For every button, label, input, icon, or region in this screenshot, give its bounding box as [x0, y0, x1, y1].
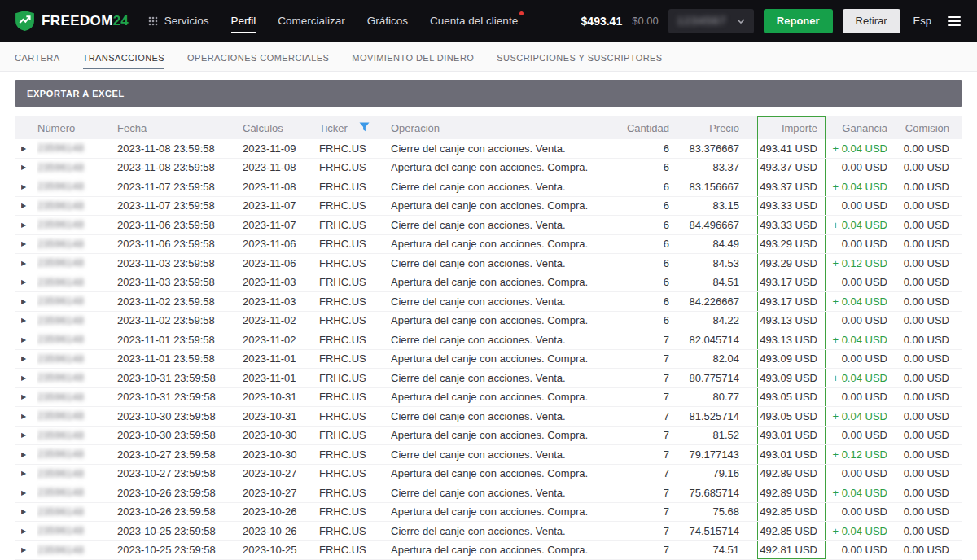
- expand-row-arrow-icon[interactable]: ▶: [21, 522, 37, 540]
- withdraw-button[interactable]: Retirar: [843, 9, 900, 33]
- table-row[interactable]: ▶ 23596148 2023-11-03 23:59:58 2023-11-0…: [15, 254, 962, 273]
- nav-item-comercializar[interactable]: Comercializar: [278, 8, 345, 33]
- expand-row-arrow-icon[interactable]: ▶: [21, 503, 37, 522]
- table-row[interactable]: ▶ 23596148 2023-10-25 23:59:58 2023-10-2…: [15, 541, 962, 560]
- grid-icon: [148, 16, 158, 26]
- deposit-button[interactable]: Reponer: [764, 9, 833, 33]
- table-row[interactable]: ▶ 23596148 2023-10-26 23:59:58 2023-10-2…: [15, 483, 962, 503]
- row-fecha: 2023-11-08 23:59:58: [117, 159, 243, 177]
- row-operacion: Cierre del canje con acciones. Venta.: [391, 407, 624, 426]
- row-operacion: Apertura del canje con acciones. Compra.: [391, 465, 624, 483]
- row-fecha: 2023-11-01 23:59:58: [117, 350, 243, 369]
- row-importe: 493.33 USD: [757, 197, 826, 216]
- header-cantidad: Cantidad: [624, 116, 687, 139]
- table-row[interactable]: ▶ 23596148 2023-11-06 23:59:58 2023-11-0…: [15, 216, 962, 235]
- nav-label: Servicios: [164, 15, 209, 27]
- expand-row-arrow-icon[interactable]: ▶: [21, 235, 37, 254]
- table-row[interactable]: ▶ 23596148 2023-10-30 23:59:58 2023-10-3…: [15, 407, 962, 427]
- table-row[interactable]: ▶ 23596148 2023-11-08 23:59:58 2023-11-0…: [15, 159, 962, 178]
- row-operacion: Apertura del canje con acciones. Compra.: [391, 541, 624, 560]
- table-row[interactable]: ▶ 23596148 2023-10-27 23:59:58 2023-10-3…: [15, 445, 962, 465]
- row-precio: 83.376667: [687, 139, 757, 158]
- table-row[interactable]: ▶ 23596148 2023-11-07 23:59:58 2023-11-0…: [15, 177, 962, 197]
- row-ganancia: + 0.04 USD: [826, 369, 887, 387]
- row-operacion: Cierre del canje con acciones. Venta.: [391, 292, 624, 311]
- tab-transacciones[interactable]: TRANSACCIONES: [83, 42, 165, 69]
- table-row[interactable]: ▶ 23596148 2023-10-26 23:59:58 2023-10-2…: [15, 503, 962, 523]
- expand-row-arrow-icon[interactable]: ▶: [21, 197, 37, 216]
- row-ticker: FRHC.US: [319, 522, 391, 540]
- table-row[interactable]: ▶ 23596148 2023-11-03 23:59:58 2023-11-0…: [15, 273, 962, 293]
- expand-row-arrow-icon[interactable]: ▶: [21, 254, 37, 273]
- row-fecha: 2023-10-27 23:59:58: [117, 445, 243, 464]
- table-row[interactable]: ▶ 23596148 2023-11-07 23:59:58 2023-11-0…: [15, 197, 962, 217]
- tab-movimiento-del-dinero[interactable]: MOVIMIENTO DEL DINERO: [352, 42, 474, 69]
- row-calculos: 2023-11-01: [243, 350, 319, 369]
- row-calculos: 2023-11-07: [243, 216, 319, 234]
- tab-cartera[interactable]: CARTERA: [15, 42, 60, 69]
- export-to-excel-button[interactable]: EXPORTAR A EXCEL: [15, 80, 962, 107]
- expand-row-arrow-icon[interactable]: ▶: [21, 159, 37, 177]
- expand-row-arrow-icon[interactable]: ▶: [21, 541, 37, 560]
- logo[interactable]: FREEDOM24: [15, 10, 129, 32]
- table-row[interactable]: ▶ 23596148 2023-10-30 23:59:58 2023-10-3…: [15, 427, 962, 446]
- row-calculos: 2023-10-30: [243, 445, 319, 464]
- nav-item-cuenta-del-cliente[interactable]: Cuenta del cliente: [430, 8, 518, 33]
- expand-row-arrow-icon[interactable]: ▶: [21, 407, 37, 426]
- table-row[interactable]: ▶ 23596148 2023-10-25 23:59:58 2023-10-2…: [15, 522, 962, 541]
- expand-row-arrow-icon[interactable]: ▶: [21, 312, 37, 330]
- row-calculos: 2023-10-31: [243, 407, 319, 426]
- row-numero: 23596148: [37, 334, 84, 345]
- table-row[interactable]: ▶ 23596148 2023-11-06 23:59:58 2023-11-0…: [15, 235, 962, 255]
- account-selector[interactable]: 1234567: [668, 9, 754, 33]
- row-cantidad: 7: [624, 522, 687, 540]
- row-precio: 79.16: [687, 465, 757, 483]
- header-calculos: Cálculos: [243, 116, 319, 139]
- row-importe: 493.05 USD: [757, 407, 826, 426]
- expand-row-arrow-icon[interactable]: ▶: [21, 330, 37, 349]
- expand-row-arrow-icon[interactable]: ▶: [21, 388, 37, 407]
- row-ticker: FRHC.US: [319, 483, 391, 502]
- table-row[interactable]: ▶ 23596148 2023-11-02 23:59:58 2023-11-0…: [15, 292, 962, 312]
- row-operacion: Apertura del canje con acciones. Compra.: [391, 427, 624, 445]
- expand-row-arrow-icon[interactable]: ▶: [21, 139, 37, 158]
- nav-label: Gráficos: [367, 15, 408, 27]
- expand-row-arrow-icon[interactable]: ▶: [21, 273, 37, 292]
- row-comision: 0.00 USD: [887, 159, 949, 177]
- row-ganancia: 0.00 USD: [826, 235, 887, 254]
- table-row[interactable]: ▶ 23596148 2023-11-01 23:59:58 2023-11-0…: [15, 330, 962, 350]
- nav-item-servicios[interactable]: Servicios: [148, 8, 209, 33]
- nav-item-graficos[interactable]: Gráficos: [367, 8, 408, 33]
- tab-suscripciones-y-suscriptores[interactable]: SUSCRIPCIONES Y SUSCRIPTORES: [497, 42, 662, 69]
- row-precio: 74.515714: [687, 522, 757, 540]
- row-fecha: 2023-11-07 23:59:58: [117, 177, 243, 196]
- tab-operaciones-comerciales[interactable]: OPERACIONES COMERCIALES: [187, 42, 329, 69]
- row-operacion: Apertura del canje con acciones. Compra.: [391, 273, 624, 292]
- expand-row-arrow-icon[interactable]: ▶: [21, 427, 37, 445]
- table-row[interactable]: ▶ 23596148 2023-11-08 23:59:58 2023-11-0…: [15, 139, 962, 159]
- hamburger-menu-icon[interactable]: [946, 13, 962, 29]
- row-importe: 492.89 USD: [757, 483, 826, 502]
- filter-funnel-icon[interactable]: [359, 122, 370, 134]
- row-comision: 0.00 USD: [887, 216, 949, 234]
- row-ganancia: + 0.04 USD: [826, 330, 887, 349]
- table-row[interactable]: ▶ 23596148 2023-10-31 23:59:58 2023-11-0…: [15, 369, 962, 388]
- expand-row-arrow-icon[interactable]: ▶: [21, 177, 37, 196]
- table-row[interactable]: ▶ 23596148 2023-11-01 23:59:58 2023-11-0…: [15, 350, 962, 370]
- expand-row-arrow-icon[interactable]: ▶: [21, 465, 37, 483]
- table-row[interactable]: ▶ 23596148 2023-10-31 23:59:58 2023-10-3…: [15, 388, 962, 408]
- nav-item-perfil[interactable]: Perfil: [231, 8, 256, 33]
- table-row[interactable]: ▶ 23596148 2023-11-02 23:59:58 2023-11-0…: [15, 312, 962, 331]
- row-cantidad: 7: [624, 388, 687, 407]
- expand-row-arrow-icon[interactable]: ▶: [21, 216, 37, 234]
- language-selector[interactable]: Esp: [913, 15, 931, 27]
- expand-row-arrow-icon[interactable]: ▶: [21, 483, 37, 502]
- row-comision: 0.00 USD: [887, 292, 949, 311]
- row-precio: 80.77: [687, 388, 757, 407]
- expand-row-arrow-icon[interactable]: ▶: [21, 445, 37, 464]
- expand-row-arrow-icon[interactable]: ▶: [21, 292, 37, 311]
- expand-row-arrow-icon[interactable]: ▶: [21, 350, 37, 369]
- table-row[interactable]: ▶ 23596148 2023-10-27 23:59:58 2023-10-2…: [15, 465, 962, 484]
- table-header: Número Fecha Cálculos Ticker Operación C…: [15, 116, 962, 139]
- expand-row-arrow-icon[interactable]: ▶: [21, 369, 37, 387]
